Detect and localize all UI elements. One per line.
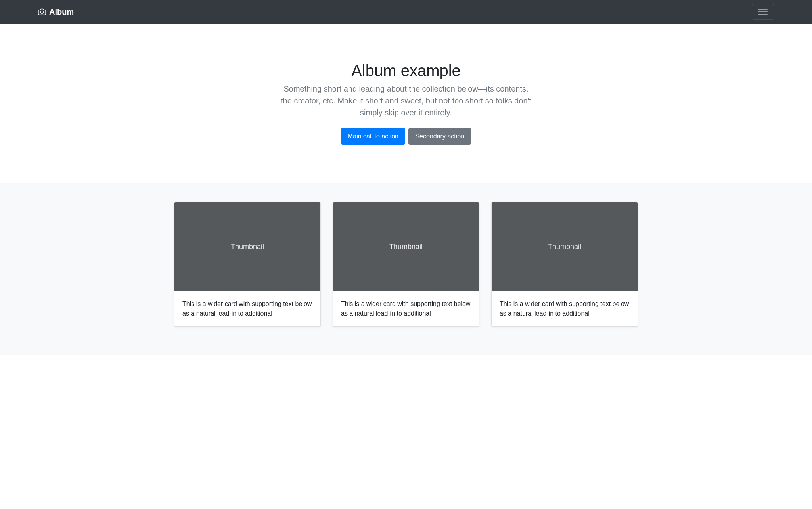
camera-icon bbox=[38, 8, 46, 16]
album-section: Thumbnail This is a wider card with supp… bbox=[0, 183, 812, 355]
hamburger-icon bbox=[758, 9, 768, 10]
primary-cta-button[interactable]: Main call to action bbox=[341, 128, 405, 145]
album-card: Thumbnail This is a wider card with supp… bbox=[174, 202, 321, 327]
navbar-toggler-button[interactable] bbox=[752, 4, 774, 20]
navbar-brand[interactable]: Album bbox=[6, 8, 74, 17]
hero-title: Album example bbox=[279, 62, 533, 80]
card-text: This is a wider card with supporting tex… bbox=[500, 299, 630, 318]
card-thumbnail: Thumbnail bbox=[174, 202, 320, 291]
thumbnail-label: Thumbnail bbox=[389, 243, 423, 251]
thumbnail-label: Thumbnail bbox=[548, 243, 581, 251]
navbar: Album bbox=[0, 0, 812, 24]
hamburger-icon bbox=[758, 14, 768, 15]
secondary-cta-button[interactable]: Secondary action bbox=[408, 128, 471, 145]
album-card: Thumbnail This is a wider card with supp… bbox=[333, 202, 479, 327]
card-body: This is a wider card with supporting tex… bbox=[174, 291, 320, 326]
card-text: This is a wider card with supporting tex… bbox=[182, 299, 312, 318]
hero-section: Album example Something short and leadin… bbox=[0, 24, 812, 183]
svg-point-0 bbox=[41, 11, 44, 14]
card-thumbnail: Thumbnail bbox=[492, 202, 638, 291]
navbar-brand-text: Album bbox=[49, 8, 74, 17]
card-row: Thumbnail This is a wider card with supp… bbox=[168, 202, 644, 336]
card-body: This is a wider card with supporting tex… bbox=[492, 291, 638, 326]
card-text: This is a wider card with supporting tex… bbox=[341, 299, 471, 318]
album-card: Thumbnail This is a wider card with supp… bbox=[491, 202, 638, 327]
thumbnail-label: Thumbnail bbox=[231, 243, 264, 251]
card-thumbnail: Thumbnail bbox=[333, 202, 479, 291]
hero-lead: Something short and leading about the co… bbox=[279, 83, 533, 119]
hamburger-icon bbox=[758, 11, 768, 12]
card-body: This is a wider card with supporting tex… bbox=[333, 291, 479, 326]
